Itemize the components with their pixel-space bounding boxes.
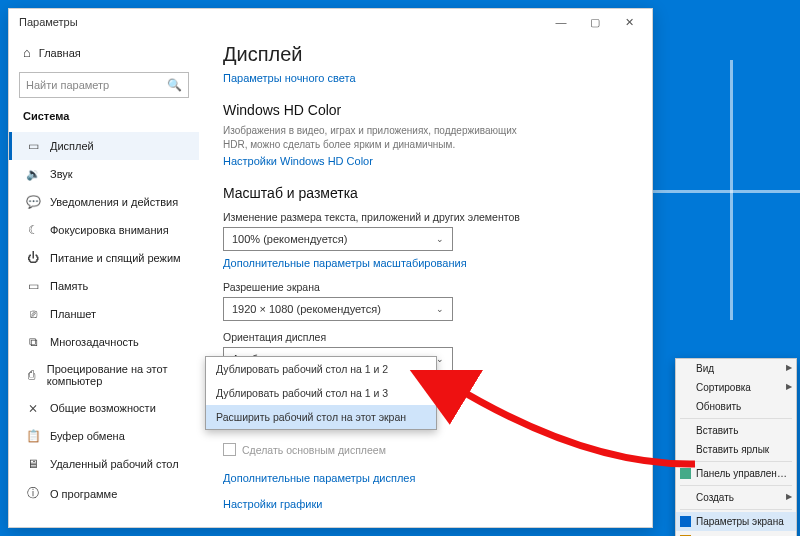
ctx-nvidia[interactable]: Панель управления NVIDIA <box>676 464 796 483</box>
sidebar: ⌂ Главная Найти параметр 🔍 Система ▭Дисп… <box>9 35 199 527</box>
sidebar-item-label: Общие возможности <box>50 402 156 414</box>
chevron-down-icon: ⌄ <box>436 354 444 364</box>
separator <box>680 485 792 486</box>
resolution-dropdown[interactable]: 1920 × 1080 (рекомендуется) ⌄ <box>223 297 453 321</box>
display-icon <box>680 516 691 527</box>
advanced-display-link[interactable]: Дополнительные параметры дисплея <box>223 472 415 484</box>
sidebar-item[interactable]: ⏻Питание и спящий режим <box>9 244 199 272</box>
chevron-right-icon: ▶ <box>786 492 792 501</box>
home-label: Главная <box>39 47 81 59</box>
hd-color-desc: Изображения в видео, играх и приложениях… <box>223 124 523 151</box>
desktop-context-menu: Вид▶ Сортировка▶ Обновить Вставить Встав… <box>675 358 797 536</box>
ctx-refresh[interactable]: Обновить <box>676 397 796 416</box>
ctx-view[interactable]: Вид▶ <box>676 359 796 378</box>
separator <box>680 461 792 462</box>
minimize-button[interactable]: — <box>544 16 578 28</box>
sidebar-item[interactable]: ⓘО программе <box>9 478 199 509</box>
chevron-down-icon: ⌄ <box>436 234 444 244</box>
sidebar-item-label: Многозадачность <box>50 336 139 348</box>
home-link[interactable]: ⌂ Главная <box>9 39 199 66</box>
wallpaper-line-h <box>640 190 800 193</box>
nvidia-icon <box>680 468 691 479</box>
search-icon: 🔍 <box>167 78 182 92</box>
scale-label: Изменение размера текста, приложений и д… <box>223 211 628 223</box>
make-main-checkbox: Сделать основным дисплеем <box>223 443 628 456</box>
sidebar-item[interactable]: ⧉Многозадачность <box>9 328 199 356</box>
nav-icon: ⨯ <box>26 401 40 415</box>
nav-icon: ▭ <box>26 279 40 293</box>
chevron-down-icon: ⌄ <box>436 304 444 314</box>
chevron-right-icon: ▶ <box>786 363 792 372</box>
scale-dropdown[interactable]: 100% (рекомендуется) ⌄ <box>223 227 453 251</box>
multi-display-flyout: Дублировать рабочий стол на 1 и 2 Дублир… <box>205 356 437 430</box>
sidebar-item-label: Дисплей <box>50 140 94 152</box>
ctx-personalize[interactable]: Персонализация <box>676 531 796 536</box>
sidebar-item-label: Буфер обмена <box>50 430 125 442</box>
graphics-link[interactable]: Настройки графики <box>223 498 322 510</box>
ctx-sort[interactable]: Сортировка▶ <box>676 378 796 397</box>
sidebar-item-label: Фокусировка внимания <box>50 224 169 236</box>
home-icon: ⌂ <box>23 45 31 60</box>
maximize-button[interactable]: ▢ <box>578 16 612 29</box>
sidebar-item[interactable]: 💬Уведомления и действия <box>9 188 199 216</box>
scale-value: 100% (рекомендуется) <box>232 233 347 245</box>
resolution-label: Разрешение экрана <box>223 281 628 293</box>
chevron-right-icon: ▶ <box>786 382 792 391</box>
ctx-display-settings[interactable]: Параметры экрана <box>676 512 796 531</box>
night-light-link[interactable]: Параметры ночного света <box>223 72 356 84</box>
close-button[interactable]: ✕ <box>612 16 646 29</box>
sidebar-item[interactable]: ⎙Проецирование на этот компьютер <box>9 356 199 394</box>
nav-icon: 🖥 <box>26 457 40 471</box>
sidebar-item-label: Удаленный рабочий стол <box>50 458 179 470</box>
sidebar-item-label: Уведомления и действия <box>50 196 178 208</box>
nav-icon: 💬 <box>26 195 40 209</box>
sidebar-item-label: О программе <box>50 488 117 500</box>
nav-icon: ▭ <box>26 139 40 153</box>
page-title: Дисплей <box>223 43 628 66</box>
sidebar-item-label: Память <box>50 280 88 292</box>
hd-color-link[interactable]: Настройки Windows HD Color <box>223 155 373 167</box>
sidebar-item-label: Проецирование на этот компьютер <box>47 363 185 387</box>
ctx-paste-shortcut[interactable]: Вставить ярлык <box>676 440 796 459</box>
settings-window: Параметры — ▢ ✕ ⌂ Главная Найти параметр… <box>8 8 653 528</box>
sidebar-item[interactable]: ⎚Планшет <box>9 300 199 328</box>
sidebar-item[interactable]: ☾Фокусировка внимания <box>9 216 199 244</box>
checkbox-icon <box>223 443 236 456</box>
nav-icon: ⓘ <box>26 485 40 502</box>
flyout-item[interactable]: Расширить рабочий стол на этот экран <box>206 405 436 429</box>
sidebar-item-label: Питание и спящий режим <box>50 252 181 264</box>
nav-icon: 📋 <box>26 429 40 443</box>
scale-heading: Масштаб и разметка <box>223 185 628 201</box>
resolution-value: 1920 × 1080 (рекомендуется) <box>232 303 381 315</box>
nav-icon: 🔉 <box>26 167 40 181</box>
sidebar-item[interactable]: 🖥Удаленный рабочий стол <box>9 450 199 478</box>
content-pane: Дисплей Параметры ночного света Windows … <box>199 35 652 527</box>
sidebar-item[interactable]: ▭Память <box>9 272 199 300</box>
nav-icon: ⎚ <box>26 307 40 321</box>
window-title: Параметры <box>15 16 544 28</box>
sidebar-item-label: Звук <box>50 168 73 180</box>
sidebar-item[interactable]: ⨯Общие возможности <box>9 394 199 422</box>
search-placeholder: Найти параметр <box>26 79 109 91</box>
ctx-paste[interactable]: Вставить <box>676 421 796 440</box>
make-main-label: Сделать основным дисплеем <box>242 444 386 456</box>
sidebar-item-label: Планшет <box>50 308 96 320</box>
hd-color-heading: Windows HD Color <box>223 102 628 118</box>
sidebar-item[interactable]: 📋Буфер обмена <box>9 422 199 450</box>
ctx-create[interactable]: Создать▶ <box>676 488 796 507</box>
separator <box>680 418 792 419</box>
advanced-scale-link[interactable]: Дополнительные параметры масштабирования <box>223 257 467 269</box>
nav-icon: ☾ <box>26 223 40 237</box>
sidebar-item[interactable]: ▭Дисплей <box>9 132 199 160</box>
search-input[interactable]: Найти параметр 🔍 <box>19 72 189 98</box>
orientation-label: Ориентация дисплея <box>223 331 628 343</box>
nav-heading: Система <box>9 106 199 132</box>
nav-icon: ⧉ <box>26 335 40 349</box>
titlebar: Параметры — ▢ ✕ <box>9 9 652 35</box>
nav-icon: ⏻ <box>26 251 40 265</box>
separator <box>680 509 792 510</box>
flyout-item[interactable]: Дублировать рабочий стол на 1 и 2 <box>206 357 436 381</box>
sidebar-item[interactable]: 🔉Звук <box>9 160 199 188</box>
flyout-item[interactable]: Дублировать рабочий стол на 1 и 3 <box>206 381 436 405</box>
nav-icon: ⎙ <box>26 368 37 382</box>
